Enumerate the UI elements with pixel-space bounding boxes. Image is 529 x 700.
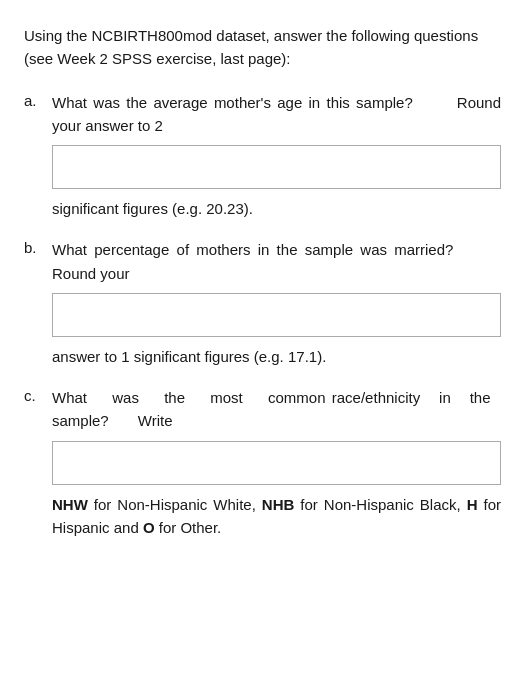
follow-up-c: NHW for Non-Hispanic White, NHB for Non-…: [52, 493, 501, 540]
o-label: O: [143, 519, 155, 536]
answer-input-a[interactable]: [52, 145, 501, 189]
question-text-b: What percentage of mothers in the sample…: [52, 238, 501, 285]
answer-input-c[interactable]: [52, 441, 501, 485]
questions-list: a. What was the average mother's age in …: [24, 91, 501, 540]
h-label: H: [467, 496, 478, 513]
follow-up-a: significant figures (e.g. 20.23).: [52, 197, 501, 220]
question-item-b: b. What percentage of mothers in the sam…: [24, 238, 501, 368]
question-text-a: What was the average mother's age in thi…: [52, 91, 501, 138]
question-label-c: c.: [24, 386, 52, 539]
follow-up-b: answer to 1 significant figures (e.g. 17…: [52, 345, 501, 368]
intro-text: Using the NCBIRTH800mod dataset, answer …: [24, 24, 501, 71]
question-content-b: What percentage of mothers in the sample…: [52, 238, 501, 368]
question-label-a: a.: [24, 91, 52, 221]
question-item-a: a. What was the average mother's age in …: [24, 91, 501, 221]
answer-input-b[interactable]: [52, 293, 501, 337]
question-content-c: What was the most common race/ethnicity …: [52, 386, 501, 539]
question-content-a: What was the average mother's age in thi…: [52, 91, 501, 221]
nhw-label: NHW: [52, 496, 88, 513]
question-label-b: b.: [24, 238, 52, 368]
question-text-c: What was the most common race/ethnicity …: [52, 386, 501, 433]
question-item-c: c. What was the most common race/ethnici…: [24, 386, 501, 539]
nhb-label: NHB: [262, 496, 295, 513]
